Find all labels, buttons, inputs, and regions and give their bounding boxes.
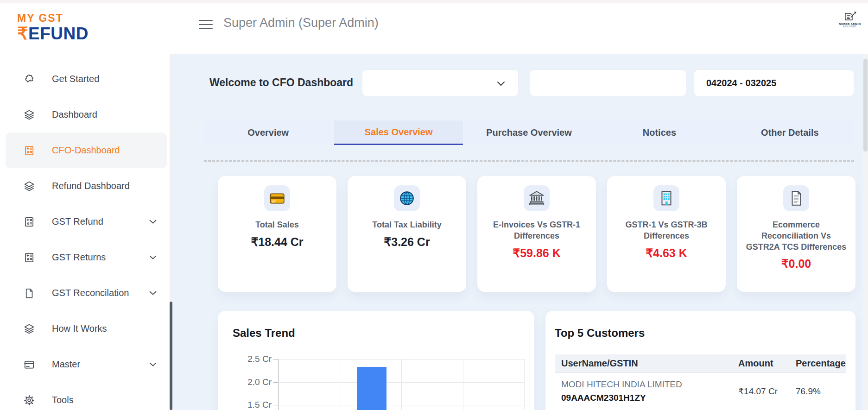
chevron-down-icon — [149, 255, 157, 259]
sidebar-item-label: Master — [52, 359, 80, 370]
dashboard-tabs: Overview Sales Overview Purchase Overvie… — [204, 120, 854, 145]
chevron-down-icon — [149, 220, 157, 224]
brand-logo-name: EFUND — [28, 24, 89, 43]
sidebar: Get Started Dashboard CFO-Dashboard — [0, 54, 172, 410]
top-customers-panel: Top 5 Customers UserName/GSTIN Amount Pe… — [545, 311, 855, 410]
sidebar-item-label: GST Reconcilation — [52, 288, 129, 298]
stat-card-value: ₹0.00 — [737, 257, 855, 271]
sidebar-item-cfo-dashboard[interactable]: CFO-Dashboard — [6, 132, 167, 168]
sidebar-item-dashboard[interactable]: Dashboard — [6, 97, 167, 132]
hamburger-menu-icon[interactable] — [198, 19, 214, 31]
chevron-down-icon — [149, 291, 157, 295]
credit-card-icon — [23, 359, 35, 371]
column-header-percentage: Percentage — [796, 358, 846, 369]
sales-trend-chart — [278, 359, 525, 410]
financial-year-value: 042024 - 032025 — [694, 78, 776, 88]
sales-trend-panel: Sales Trend 2.5 Cr 2.0 Cr 1.5 Cr — [218, 311, 534, 410]
stat-card-title: E-Invoices Vs GSTR-1 Differences — [484, 220, 589, 242]
sidebar-item-tools[interactable]: Tools — [6, 382, 167, 410]
gridline — [278, 382, 525, 383]
sidebar-item-gst-returns[interactable]: GST Returns — [6, 240, 167, 275]
stat-card-title: Ecommerce Reconciliation Vs GSTR2A TCS D… — [743, 220, 849, 252]
stat-card-value: ₹3.26 Cr — [348, 235, 466, 249]
customer-gstin: 09AAACM2301H1ZY — [561, 393, 738, 403]
y-axis-tick-label: 2.0 Cr — [232, 377, 272, 387]
account-badge[interactable]: SUPER ADMIN ACCOUNT — [838, 11, 862, 28]
stat-card-value: ₹18.44 Cr — [218, 235, 336, 249]
y-axis-line — [278, 359, 279, 410]
calculator-icon — [23, 216, 35, 228]
sidebar-item-master[interactable]: Master — [6, 347, 167, 382]
stat-card-value: ₹59.86 K — [477, 246, 596, 260]
sidebar-item-label: Tools — [52, 395, 74, 405]
stat-card-value: ₹4.63 K — [607, 246, 726, 260]
stat-cards-row: Total Sales ₹18.44 Cr Total Tax Liabilit… — [218, 176, 855, 292]
chevron-down-icon — [497, 81, 505, 86]
sidebar-item-label: CFO-Dashboard — [52, 145, 120, 156]
customer-amount: ₹14.07 Cr — [738, 386, 796, 397]
rupee-glyph: ₹ — [17, 24, 28, 43]
dashboard-filter-value — [362, 78, 374, 88]
dashboard-filter-select[interactable] — [362, 69, 519, 96]
top-customers-table: UserName/GSTIN Amount Percentage MODI HI… — [555, 354, 846, 410]
welcome-heading: Welcome to CFO Dashboard — [209, 76, 353, 89]
calculator-icon — [23, 252, 35, 264]
stat-card-title: Total Sales — [224, 220, 330, 231]
credit-card-icon — [264, 185, 290, 211]
axis-tick — [273, 382, 278, 383]
main-content: Welcome to CFO Dashboard 042024 - 032025… — [172, 54, 868, 410]
stat-card-total-tax-liability: Total Tax Liability ₹3.26 Cr — [348, 176, 466, 292]
calculator-icon — [23, 145, 35, 157]
sidebar-item-label: GST Refund — [52, 216, 103, 227]
page-scrollbar-track[interactable] — [863, 54, 868, 410]
company-filter-value — [530, 78, 542, 88]
customer-percentage: 76.9% — [796, 386, 846, 397]
y-axis-tick-label: 1.5 Cr — [232, 400, 272, 410]
sidebar-item-gst-refund[interactable]: GST Refund — [6, 204, 167, 240]
puzzle-icon — [23, 73, 35, 85]
tab-overview[interactable]: Overview — [204, 120, 332, 145]
sidebar-item-refund-dashboard[interactable]: Refund Dashboard — [6, 168, 167, 204]
brand-logo-top: MY GST — [17, 13, 89, 24]
axis-tick — [273, 405, 278, 405]
page-scrollbar-thumb[interactable] — [863, 59, 868, 151]
stat-card-einvoices-vs-gstr1: E-Invoices Vs GSTR-1 Differences ₹59.86 … — [477, 176, 596, 292]
stat-card-title: GSTR-1 Vs GSTR-3B Differences — [614, 220, 719, 242]
brand-logo-bottom: ₹EFUND — [17, 25, 89, 42]
brand-logo: MY GST ₹EFUND — [17, 13, 89, 42]
layers-icon — [23, 180, 35, 192]
table-row: MODI HITECH INDIA LIMITED 09AAACM2301H1Z… — [555, 373, 846, 410]
tab-notices[interactable]: Notices — [595, 120, 723, 145]
company-filter-field[interactable] — [530, 69, 686, 96]
column-header-amount: Amount — [738, 358, 796, 369]
sidebar-scrollbar-thumb[interactable] — [170, 302, 172, 410]
y-axis-tick-label: 2.5 Cr — [232, 354, 272, 364]
tab-sales-overview[interactable]: Sales Overview — [334, 120, 463, 145]
page-title: Super Admin (Super Admin) — [223, 16, 379, 30]
stat-card-gstr1-vs-gstr3b: GSTR-1 Vs GSTR-3B Differences ₹4.63 K — [607, 176, 726, 292]
stat-card-total-sales: Total Sales ₹18.44 Cr — [218, 176, 336, 292]
file-icon — [23, 287, 35, 299]
sidebar-item-gst-reconcilation[interactable]: GST Reconcilation — [6, 275, 167, 311]
tab-other-details[interactable]: Other Details — [726, 120, 854, 145]
customer-name: MODI HITECH INDIA LIMITED — [561, 379, 738, 390]
gridline — [278, 359, 525, 360]
financial-year-field[interactable]: 042024 - 032025 — [694, 69, 854, 96]
top-customers-title: Top 5 Customers — [555, 327, 645, 340]
dashed-divider — [204, 160, 854, 162]
table-header-row: UserName/GSTIN Amount Percentage — [555, 354, 846, 373]
sales-trend-title: Sales Trend — [233, 327, 295, 340]
account-badge-icon — [843, 11, 857, 22]
tab-purchase-overview[interactable]: Purchase Overview — [465, 120, 593, 145]
sidebar-item-label: GST Returns — [52, 252, 106, 263]
layers-icon — [23, 323, 35, 335]
axis-tick — [273, 359, 278, 360]
globe-icon — [394, 185, 420, 211]
sidebar-item-get-started[interactable]: Get Started — [6, 61, 167, 97]
sidebar-item-how-it-works[interactable]: How It Works — [6, 311, 167, 347]
sales-trend-bar — [357, 367, 386, 410]
stat-card-title: Total Tax Liability — [354, 220, 460, 231]
gridline — [278, 405, 525, 405]
sidebar-item-label: Get Started — [52, 74, 99, 84]
account-badge-line2: ACCOUNT — [838, 25, 862, 28]
